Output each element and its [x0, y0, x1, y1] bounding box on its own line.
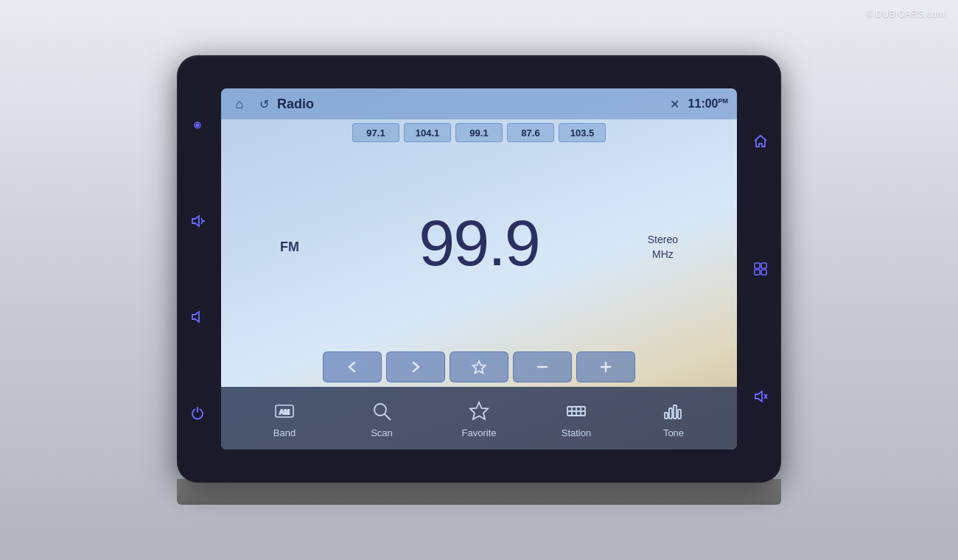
svg-rect-3 [755, 263, 760, 268]
svg-marker-9 [473, 361, 486, 374]
back-button[interactable]: ↺ [255, 95, 273, 113]
mic-icon[interactable] [187, 115, 208, 136]
nav-favorite[interactable]: Favorite [450, 398, 508, 438]
svg-rect-28 [674, 405, 676, 419]
preset-bar: 97.1 104.1 99.1 87.6 103.5 [221, 119, 737, 146]
svg-point-1 [197, 125, 199, 127]
frequency-area: FM 99.9 Stereo MHz [221, 146, 737, 347]
left-side-buttons [187, 55, 208, 483]
screen-title: Radio [277, 97, 670, 112]
power-icon[interactable] [187, 402, 208, 423]
close-button[interactable]: ✕ [670, 97, 679, 111]
svg-rect-26 [665, 413, 668, 419]
minus-button[interactable] [513, 351, 572, 382]
nav-scan[interactable]: Scan [352, 398, 411, 438]
control-row [221, 347, 737, 387]
preset-3[interactable]: 99.1 [455, 123, 503, 142]
bottom-nav: AM Band Scan [221, 387, 737, 449]
top-bar: ⌂ ↺ Radio ✕ 11:00PM [221, 88, 737, 119]
preset-2[interactable]: 104.1 [404, 123, 451, 142]
station-icon [563, 398, 590, 424]
bottom-dash-strip [177, 479, 781, 505]
watermark: © DUBICARS.com [866, 9, 945, 19]
next-button[interactable] [386, 351, 445, 382]
nav-tone[interactable]: Tone [644, 398, 703, 438]
svg-line-16 [385, 414, 391, 420]
frequency-right-labels: Stereo MHz [648, 234, 678, 260]
svg-text:AM: AM [279, 408, 290, 416]
nav-band[interactable]: AM Band [255, 398, 314, 438]
band-label: FM [280, 239, 299, 254]
stereo-label: Stereo [648, 234, 678, 245]
svg-rect-27 [669, 408, 672, 419]
scan-icon [368, 398, 395, 424]
unit-label: MHz [652, 248, 674, 260]
station-label: Station [562, 427, 591, 438]
band-icon: AM [271, 398, 298, 424]
nav-station[interactable]: Station [547, 398, 606, 438]
svg-marker-17 [470, 402, 488, 419]
svg-rect-5 [755, 270, 760, 275]
grid-icon[interactable] [750, 259, 771, 279]
favorite-nav-icon [466, 398, 492, 424]
scan-label: Scan [371, 427, 393, 438]
svg-rect-6 [761, 270, 766, 275]
favorite-button[interactable] [450, 351, 508, 382]
frequency-display: 99.9 [419, 211, 539, 276]
favorite-label: Favorite [462, 427, 497, 438]
right-side-buttons [750, 55, 771, 483]
volume-up-icon[interactable] [187, 211, 208, 231]
unit-bezel: ⌂ ↺ Radio ✕ 11:00PM 97.1 104.1 99.1 87.6… [177, 55, 781, 483]
preset-5[interactable]: 103.5 [559, 123, 606, 142]
clock: 11:00PM [688, 97, 728, 111]
svg-point-15 [374, 404, 386, 416]
prev-button[interactable] [323, 351, 382, 382]
volume-mute-icon[interactable] [750, 386, 771, 407]
svg-rect-29 [678, 410, 681, 419]
home-icon[interactable] [750, 131, 771, 152]
plus-button[interactable] [576, 351, 635, 382]
preset-1[interactable]: 97.1 [352, 123, 399, 142]
preset-4[interactable]: 87.6 [507, 123, 554, 142]
infotainment-screen: ⌂ ↺ Radio ✕ 11:00PM 97.1 104.1 99.1 87.6… [221, 88, 737, 449]
band-label-nav: Band [273, 427, 296, 438]
volume-down-icon[interactable] [187, 307, 208, 327]
outer-background: © DUBICARS.com [0, 0, 958, 560]
svg-rect-4 [761, 263, 766, 268]
tone-icon [660, 398, 687, 424]
tone-label: Tone [663, 427, 684, 438]
home-button[interactable]: ⌂ [230, 94, 249, 113]
